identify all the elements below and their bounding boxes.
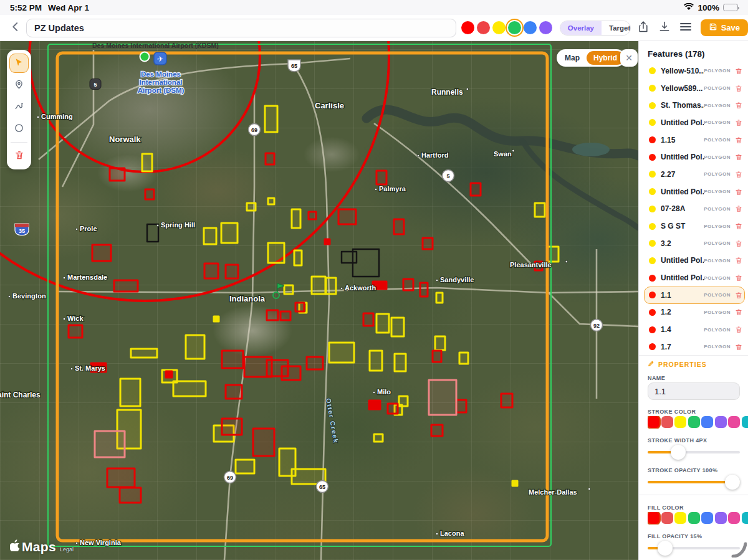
feature-type-badge: POLYGON [704,68,731,74]
feature-name: Untitled Pol... [661,273,704,282]
feature-name: Untitled Pol... [661,187,704,196]
delete-feature-button[interactable] [735,153,742,161]
delete-feature-button[interactable] [735,136,742,144]
delete-feature-button[interactable] [735,102,742,109]
delete-feature-button[interactable] [735,343,742,351]
fill-swatch-5[interactable] [715,512,727,524]
map-type-map[interactable]: Map [558,51,587,65]
fill-swatch-7[interactable] [742,512,748,524]
feature-row-yellow-510-[interactable]: Yellow-510...POLYGON [644,62,745,80]
feature-row-1-15[interactable]: 1.15POLYGON [644,131,745,149]
delete-feature-button[interactable] [735,308,742,316]
fill-opacity-label: FILL OPACITY 15% [648,533,702,539]
circle-tool-button[interactable] [9,119,29,138]
feature-row-untitled-pol-[interactable]: Untitled Pol...POLYGON [644,148,745,166]
save-button[interactable]: Save [701,19,748,36]
palette-color-5[interactable] [539,21,552,34]
stroke-swatch-7[interactable] [742,416,748,428]
delete-feature-button[interactable] [735,85,742,92]
circle-icon [14,123,24,135]
stroke-swatch-3[interactable] [688,416,700,428]
feature-row-3-2[interactable]: 3.2POLYGON [644,235,745,252]
feature-color-dot [649,102,656,109]
feature-name: Untitled Pol... [661,256,704,265]
back-button[interactable] [6,19,25,37]
feature-row-untitled-pol-[interactable]: Untitled Pol...POLYGON [644,183,745,201]
delete-feature-button[interactable] [735,171,742,178]
feature-type-badge: POLYGON [704,154,731,160]
menu-button[interactable] [677,19,694,37]
feature-row-1-7[interactable]: 1.7POLYGON [644,338,745,356]
feature-row-s-g-st[interactable]: S G STPOLYGON [644,217,745,235]
fill-swatch-2[interactable] [674,512,686,524]
palette-color-1[interactable] [477,21,490,34]
feature-row-yellow589-[interactable]: Yellow589...POLYGON [644,80,745,97]
palette-color-2[interactable] [492,21,506,34]
feature-color-dot [649,188,656,195]
download-button[interactable] [656,19,673,37]
stroke-opacity-slider[interactable] [648,475,740,490]
stroke-swatch-0[interactable] [648,416,659,428]
delete-feature-button[interactable] [735,326,742,333]
stroke-width-slider[interactable] [648,445,740,460]
feature-name: Untitled Pol... [661,153,704,161]
feature-row-st-thomas-[interactable]: St. Thomas...POLYGON [644,97,745,114]
select-tool-button[interactable] [9,54,29,73]
palette-color-4[interactable] [524,21,537,34]
delete-tool-button[interactable] [9,146,29,166]
feature-row-1-1[interactable]: 1.1POLYGON [644,287,745,304]
stroke-swatch-2[interactable] [674,416,686,428]
feature-row-untitled-pol-[interactable]: Untitled Pol...POLYGON [644,252,745,270]
fill-swatch-6[interactable] [728,512,740,524]
feature-row-untitled-pol-[interactable]: Untitled Pol...POLYGON [644,114,745,131]
stroke-swatch-5[interactable] [715,416,727,428]
delete-feature-button[interactable] [735,119,742,126]
feature-color-dot [649,119,656,126]
overlay-segment[interactable]: Overlay [560,21,602,35]
stroke-swatch-4[interactable] [701,416,713,428]
stroke-width-thumb[interactable] [671,445,686,460]
map-type-hybrid[interactable]: Hybrid [587,51,624,65]
feature-row-07-28a[interactable]: 07-28APOLYGON [644,201,745,218]
delete-feature-button[interactable] [735,188,742,196]
delete-feature-button[interactable] [735,67,742,75]
delete-feature-button[interactable] [735,274,742,282]
feature-name: Yellow-510... [661,67,704,75]
fill-swatch-4[interactable] [701,512,713,524]
palette-color-3[interactable] [508,21,521,34]
document-title-input[interactable] [26,19,456,37]
feature-row-untitled-pol-[interactable]: Untitled Pol...POLYGON [644,269,745,287]
delete-feature-button[interactable] [735,257,742,264]
delete-feature-button[interactable] [735,205,742,212]
close-map-button[interactable]: ✕ [620,49,638,67]
fill-swatch-3[interactable] [688,512,700,524]
legal-link[interactable]: Legal [60,546,74,553]
fill-swatch-1[interactable] [661,512,673,524]
stroke-swatch-6[interactable] [728,416,740,428]
feature-type-badge: POLYGON [704,344,731,349]
fill-opacity-thumb[interactable] [658,541,673,556]
delete-feature-button[interactable] [735,240,742,247]
feature-row-1-4[interactable]: 1.4POLYGON [644,321,745,338]
features-list: Yellow-510...POLYGONYellow589...POLYGONS… [644,62,745,356]
pin-tool-button[interactable] [9,75,29,95]
map-canvas[interactable] [0,41,638,560]
stroke-opacity-thumb[interactable] [725,475,740,490]
feature-row-2-27[interactable]: 2.27POLYGON [644,166,745,183]
route-tool-button[interactable] [9,97,29,116]
palette-color-0[interactable] [461,21,474,34]
feature-name-input[interactable] [648,382,740,400]
fill-opacity-slider[interactable] [648,541,740,556]
target-segment[interactable]: Target [602,21,631,35]
feature-color-dot [649,136,656,143]
stroke-swatch-1[interactable] [661,416,673,428]
share-button[interactable] [635,19,652,37]
feature-row-1-2[interactable]: 1.2POLYGON [644,304,745,321]
feature-name: 3.2 [661,239,704,248]
delete-feature-button[interactable] [735,222,742,230]
fill-swatch-0[interactable] [648,512,659,524]
delete-feature-button[interactable] [735,292,742,299]
feature-type-badge: POLYGON [704,310,731,315]
top-toolbar: Overlay Target Save [0,15,748,41]
feature-type-badge: POLYGON [704,275,731,281]
